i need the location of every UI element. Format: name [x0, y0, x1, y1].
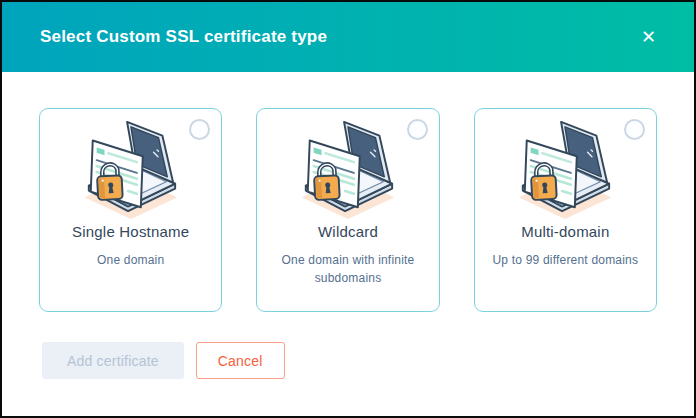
certificate-type-options: Single Hostname One domain Wildcard One … [2, 108, 694, 312]
option-label: Multi-domain [475, 223, 656, 240]
cancel-button[interactable]: Cancel [196, 342, 285, 379]
option-label: Wildcard [257, 223, 438, 240]
close-button[interactable]: ✕ [637, 24, 660, 50]
modal-title: Select Custom SSL certificate type [40, 27, 637, 47]
add-certificate-button[interactable]: Add certificate [42, 342, 184, 379]
option-card-single-hostname[interactable]: Single Hostname One domain [39, 108, 222, 312]
option-label: Single Hostname [40, 223, 221, 240]
radio-wildcard[interactable] [407, 119, 428, 140]
modal-footer: Add certificate Cancel [2, 342, 694, 379]
laptop-ssl-padlock-illustration [72, 117, 190, 221]
modal-header: Select Custom SSL certificate type ✕ [2, 2, 694, 72]
option-description: One domain with infinite subdomains [257, 251, 438, 287]
radio-multi-domain[interactable] [624, 119, 645, 140]
laptop-ssl-padlock-illustration [289, 117, 407, 221]
laptop-ssl-padlock-illustration [506, 117, 624, 221]
option-description: One domain [40, 251, 221, 269]
option-card-wildcard[interactable]: Wildcard One domain with infinite subdom… [256, 108, 439, 312]
option-card-multi-domain[interactable]: Multi-domain Up to 99 different domains [474, 108, 657, 312]
modal-body: Single Hostname One domain Wildcard One … [2, 108, 694, 312]
option-description: Up to 99 different domains [475, 251, 656, 269]
close-icon: ✕ [641, 27, 656, 47]
ssl-certificate-modal: Select Custom SSL certificate type ✕ Sin… [0, 0, 696, 418]
radio-single-hostname[interactable] [189, 119, 210, 140]
